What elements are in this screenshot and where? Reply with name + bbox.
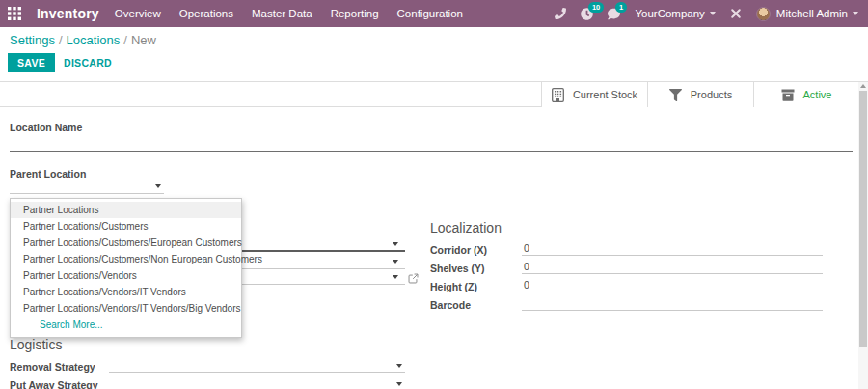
products-button[interactable]: Products: [647, 82, 753, 107]
avatar: [756, 7, 771, 21]
external-link-icon[interactable]: [408, 273, 419, 284]
logistics-title: Logistics: [10, 337, 405, 352]
localization-group: Localization Corridor (X) 0 Shelves (Y) …: [430, 220, 823, 316]
dropdown-caret-icon: [155, 184, 161, 188]
scroll-up-arrow-icon[interactable]: [860, 84, 866, 88]
dropdown-option[interactable]: Partner Locations/Vendors/IT Vendors: [11, 284, 241, 300]
active-state-label: Active: [803, 89, 832, 100]
filter-icon: [669, 89, 682, 101]
parent-location-label: Parent Location: [10, 168, 86, 180]
apps-grid-icon[interactable]: [0, 0, 29, 27]
corridor-x-label: Corridor (X): [430, 244, 522, 256]
removal-strategy-select[interactable]: [109, 359, 405, 373]
logistics-group: Logistics Removal Strategy Put Away Stra…: [10, 337, 405, 389]
dropdown-option[interactable]: Partner Locations/Customers/Non European…: [11, 251, 241, 267]
app-title[interactable]: Inventory: [37, 6, 99, 21]
parent-location-dropdown: Partner Locations Partner Locations/Cust…: [10, 198, 242, 338]
messages-count-badge: 1: [615, 2, 626, 13]
parent-location-input[interactable]: [10, 181, 164, 194]
localization-title: Localization: [430, 220, 823, 236]
corridor-x-row: Corridor (X) 0: [430, 242, 823, 256]
messages-icon[interactable]: 1: [608, 8, 620, 20]
shelves-y-input[interactable]: 0: [522, 261, 823, 274]
height-z-row: Height (Z) 0: [430, 279, 823, 292]
scrollbar-thumb[interactable]: [859, 91, 867, 347]
removal-strategy-label: Removal Strategy: [10, 361, 109, 373]
stat-button-label: Products: [691, 89, 732, 100]
company-name: YourCompany: [635, 8, 704, 19]
barcode-row: Barcode: [430, 297, 823, 311]
stat-button-box: Current Stock Products Active: [541, 82, 859, 107]
save-button[interactable]: SAVE: [8, 53, 55, 72]
chevron-down-icon: [853, 12, 858, 15]
barcode-input[interactable]: [522, 297, 823, 311]
user-name: Mitchell Admin: [776, 8, 848, 19]
breadcrumb-locations[interactable]: Locations: [67, 33, 121, 47]
breadcrumb-separator: /: [123, 33, 127, 47]
top-navbar: Inventory Overview Operations Master Dat…: [0, 0, 868, 27]
activities-count-badge: 10: [588, 2, 603, 13]
debug-tools-icon[interactable]: [730, 8, 742, 19]
menu-overview[interactable]: Overview: [115, 8, 161, 19]
dropdown-option[interactable]: Partner Locations/Vendors: [11, 267, 241, 284]
menu-configuration[interactable]: Configuration: [397, 8, 463, 19]
phone-icon[interactable]: [555, 8, 566, 19]
company-switcher[interactable]: YourCompany: [635, 8, 715, 19]
app-menu: Overview Operations Master Data Reportin…: [115, 8, 463, 19]
dropdown-option[interactable]: Partner Locations: [11, 202, 241, 218]
menu-master-data[interactable]: Master Data: [252, 8, 312, 19]
put-away-strategy-label: Put Away Strategy: [10, 379, 109, 389]
inventory-app-window: Inventory Overview Operations Master Dat…: [0, 0, 868, 389]
breadcrumb-current: New: [131, 33, 156, 47]
user-menu[interactable]: Mitchell Admin: [756, 7, 858, 21]
dropdown-option[interactable]: Partner Locations/Customers/European Cus…: [11, 235, 241, 251]
discard-button[interactable]: DISCARD: [56, 53, 120, 72]
shelves-y-label: Shelves (Y): [430, 263, 522, 274]
topbar-systray: 10 1 YourCompany Mitchell Admin: [555, 7, 868, 21]
height-z-label: Height (Z): [430, 281, 522, 292]
form-header-band: Current Stock Products Active: [0, 81, 868, 107]
breadcrumb-settings[interactable]: Settings: [10, 33, 55, 47]
location-name-input[interactable]: [10, 135, 853, 152]
shelves-y-row: Shelves (Y) 0: [430, 261, 823, 274]
menu-reporting[interactable]: Reporting: [331, 8, 379, 19]
current-stock-button[interactable]: Current Stock: [541, 82, 647, 107]
put-away-strategy-select[interactable]: [109, 377, 405, 389]
menu-operations[interactable]: Operations: [179, 8, 233, 19]
dropdown-option[interactable]: Partner Locations/Vendors/IT Vendors/Big…: [11, 300, 241, 317]
vertical-scrollbar[interactable]: [858, 82, 868, 389]
active-archive-button[interactable]: Active: [753, 82, 859, 107]
breadcrumb-separator: /: [59, 33, 63, 47]
barcode-label: Barcode: [430, 299, 522, 311]
stat-button-label: Current Stock: [573, 89, 637, 100]
corridor-x-input[interactable]: 0: [522, 242, 823, 256]
height-z-input[interactable]: 0: [522, 279, 823, 292]
dropdown-option[interactable]: Partner Locations/Customers: [11, 218, 241, 235]
activities-icon[interactable]: 10: [581, 8, 593, 20]
removal-strategy-row: Removal Strategy: [10, 359, 405, 373]
building-icon: [552, 88, 564, 102]
put-away-strategy-row: Put Away Strategy: [10, 377, 405, 389]
dropdown-caret-icon: [396, 364, 402, 368]
dropdown-caret-icon: [396, 382, 402, 386]
archive-icon: [781, 89, 795, 101]
location-name-label: Location Name: [10, 122, 82, 133]
search-more-link[interactable]: Search More...: [11, 317, 241, 333]
breadcrumb: Settings/Locations/New: [10, 33, 156, 47]
chevron-down-icon: [710, 12, 716, 15]
